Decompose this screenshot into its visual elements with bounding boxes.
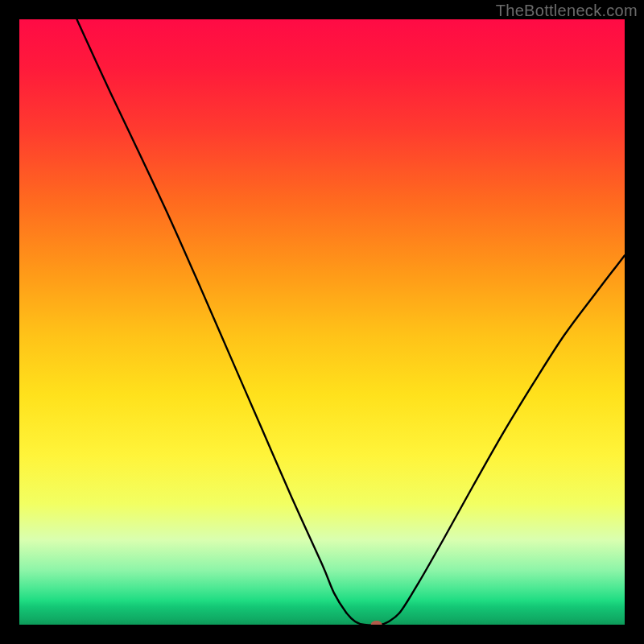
bottleneck-point-marker xyxy=(371,621,382,625)
chart-frame: TheBottleneck.com xyxy=(0,0,644,644)
watermark-label: TheBottleneck.com xyxy=(496,2,638,20)
chart-svg xyxy=(19,19,625,625)
bottleneck-curve xyxy=(76,19,625,625)
plot-area xyxy=(19,19,625,625)
